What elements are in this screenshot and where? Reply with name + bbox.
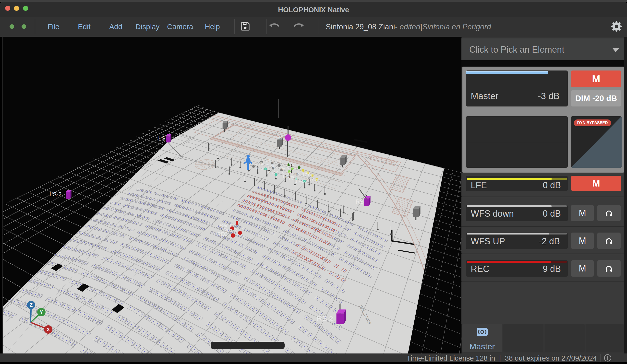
svg-text:18 Cor: 18 Cor <box>306 178 319 182</box>
svg-text:4 Vla: 4 Vla <box>261 158 271 163</box>
svg-text:9 Vox: 9 Vox <box>267 170 278 175</box>
svg-text:REC: REC <box>217 231 227 237</box>
svg-text:17 Cor: 17 Cor <box>302 173 315 177</box>
svg-text:Z: Z <box>30 302 33 308</box>
svg-text:LS: LS <box>158 135 165 142</box>
svg-text:RS: RS <box>356 198 364 205</box>
svg-text:Y: Y <box>40 309 43 315</box>
svg-text:RS 2: RS 2 <box>317 314 333 322</box>
svg-text:D Vox: D Vox <box>283 175 294 179</box>
svg-text:X: X <box>47 327 50 332</box>
svg-text:1 Vox: 1 Vox <box>295 179 306 183</box>
svg-text:15B: 15B <box>274 135 282 140</box>
svg-text:Vlg Co: Vlg Co <box>282 162 294 167</box>
svg-text:LS 2: LS 2 <box>50 191 61 198</box>
svg-text:6 Vox: 6 Vox <box>256 166 267 171</box>
